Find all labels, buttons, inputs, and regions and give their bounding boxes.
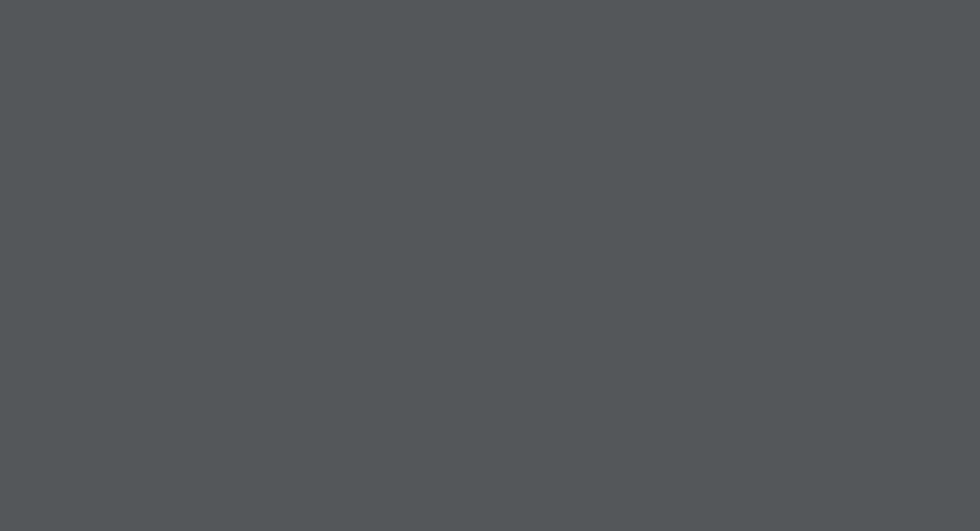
modo-window <box>0 0 980 531</box>
